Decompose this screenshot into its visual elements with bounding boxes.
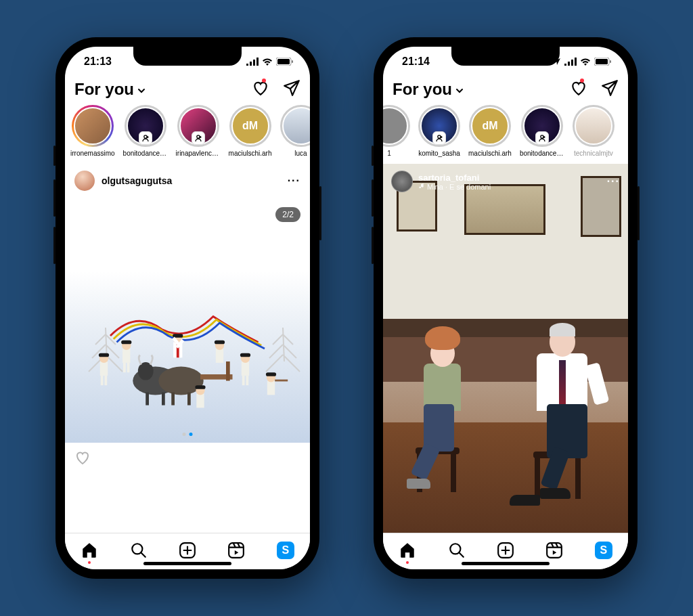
- status-time: 21:14: [402, 56, 430, 68]
- plus-square-icon: [179, 542, 196, 559]
- chevron-down-icon: [455, 86, 464, 95]
- story-item[interactable]: dMmaciulschi.arh: [229, 105, 272, 157]
- close-friends-badge: [432, 131, 446, 145]
- story-label: bonitodanceidc: [520, 150, 564, 157]
- app-header: For you: [383, 76, 628, 105]
- svg-rect-44: [275, 380, 288, 382]
- story-label: irinapavlencoof...: [176, 150, 221, 157]
- search-icon: [448, 542, 466, 559]
- story-item[interactable]: 1: [383, 105, 410, 157]
- send-icon: [283, 79, 300, 97]
- stories-tray[interactable]: irronemassimobonitodanceidcirinapavlenco…: [65, 105, 310, 164]
- svg-rect-40: [195, 385, 205, 389]
- feed-selector[interactable]: For you: [74, 80, 146, 99]
- cellular-icon: [564, 58, 577, 66]
- story-label: luca: [294, 150, 307, 157]
- reels-icon: [227, 542, 245, 559]
- svg-rect-32: [215, 340, 225, 345]
- svg-rect-21: [121, 340, 131, 345]
- story-item[interactable]: luca: [280, 105, 311, 157]
- nav-reels[interactable]: [227, 542, 245, 559]
- activity-button[interactable]: [570, 79, 587, 100]
- svg-rect-50: [610, 60, 611, 63]
- story-label: technicalmjtv: [574, 150, 613, 157]
- home-indicator[interactable]: [143, 562, 231, 565]
- music-note-icon: [418, 183, 424, 190]
- story-label: bonitodanceidc: [123, 150, 168, 157]
- story-label: maciulschi.arh: [229, 150, 272, 157]
- plus-square-icon: [497, 542, 514, 559]
- nav-create[interactable]: [497, 542, 514, 559]
- heart-icon: [570, 79, 587, 97]
- reel-author-name[interactable]: sartoria_tofani: [418, 173, 602, 183]
- post-actions: [65, 443, 310, 466]
- chevron-down-icon: [137, 86, 146, 95]
- story-label: komito_sasha: [418, 150, 460, 157]
- svg-rect-37: [246, 376, 248, 385]
- illustration: [85, 297, 290, 426]
- app-header: For you: [65, 76, 310, 105]
- messages-button[interactable]: [283, 79, 300, 100]
- post-author-name[interactable]: olgutsagugutsa: [102, 175, 281, 186]
- activity-button[interactable]: [252, 79, 269, 100]
- battery-icon: [276, 58, 294, 66]
- nav-search[interactable]: [448, 542, 466, 559]
- feed-selector[interactable]: For you: [393, 80, 464, 99]
- post-media[interactable]: PLUGUȘORUL: [65, 198, 310, 443]
- story-item[interactable]: dMmaciulschi.arh: [468, 105, 512, 157]
- svg-rect-41: [267, 381, 275, 395]
- search-icon: [130, 542, 148, 559]
- svg-rect-36: [242, 376, 245, 385]
- notch: [133, 47, 242, 66]
- stories-tray[interactable]: 1komito_sashadMmaciulschi.arhbonitodance…: [383, 105, 628, 164]
- svg-rect-55: [547, 543, 562, 558]
- profile-badge-icon: S: [595, 542, 612, 559]
- svg-rect-49: [596, 59, 608, 64]
- svg-rect-13: [226, 361, 230, 381]
- svg-rect-22: [123, 363, 126, 372]
- nav-profile[interactable]: S: [595, 542, 612, 559]
- post-options-button[interactable]: ···: [288, 175, 300, 187]
- svg-rect-1: [277, 59, 290, 64]
- reel-options-button[interactable]: ···: [607, 175, 620, 188]
- svg-rect-19: [122, 349, 130, 363]
- nav-create[interactable]: [179, 542, 196, 559]
- phone-left: 21:13 For you irronemassim: [55, 37, 319, 579]
- svg-rect-10: [171, 393, 175, 405]
- svg-rect-11: [187, 393, 191, 405]
- svg-rect-14: [100, 361, 108, 376]
- story-label: maciulschi.arh: [468, 150, 512, 157]
- reel-audio[interactable]: Mina · E se domani: [418, 183, 602, 191]
- story-item[interactable]: irinapavlencoof...: [176, 105, 221, 157]
- messages-button[interactable]: [601, 79, 619, 100]
- heart-icon: [252, 79, 269, 97]
- close-friends-badge: [139, 131, 152, 145]
- svg-rect-8: [162, 393, 165, 405]
- svg-rect-38: [196, 394, 204, 408]
- svg-rect-16: [99, 353, 109, 357]
- story-item[interactable]: technicalmjtv: [573, 105, 614, 157]
- reel-author-avatar[interactable]: [391, 171, 413, 192]
- battery-icon: [594, 58, 612, 66]
- home-indicator[interactable]: [462, 562, 550, 565]
- svg-rect-30: [216, 349, 223, 363]
- story-item[interactable]: irronemassimo: [70, 105, 115, 157]
- story-item[interactable]: bonitodanceidc: [520, 105, 564, 157]
- reel-media[interactable]: sartoria_tofani Mina · E se domani ···: [383, 164, 628, 533]
- svg-rect-35: [240, 353, 250, 357]
- post-author-avatar[interactable]: [74, 171, 95, 191]
- like-button[interactable]: [74, 449, 91, 466]
- story-item[interactable]: komito_sasha: [418, 105, 460, 157]
- svg-rect-47: [229, 543, 244, 558]
- nav-home[interactable]: [81, 542, 98, 559]
- nav-home[interactable]: [399, 542, 416, 559]
- reels-icon: [545, 542, 563, 559]
- nav-profile[interactable]: S: [277, 542, 294, 559]
- wifi-icon: [262, 58, 273, 66]
- story-item[interactable]: bonitodanceidc: [123, 105, 168, 157]
- svg-rect-17: [101, 376, 104, 385]
- notch: [451, 47, 560, 66]
- nav-search[interactable]: [130, 542, 148, 559]
- home-icon: [399, 542, 416, 559]
- nav-reels[interactable]: [545, 542, 563, 559]
